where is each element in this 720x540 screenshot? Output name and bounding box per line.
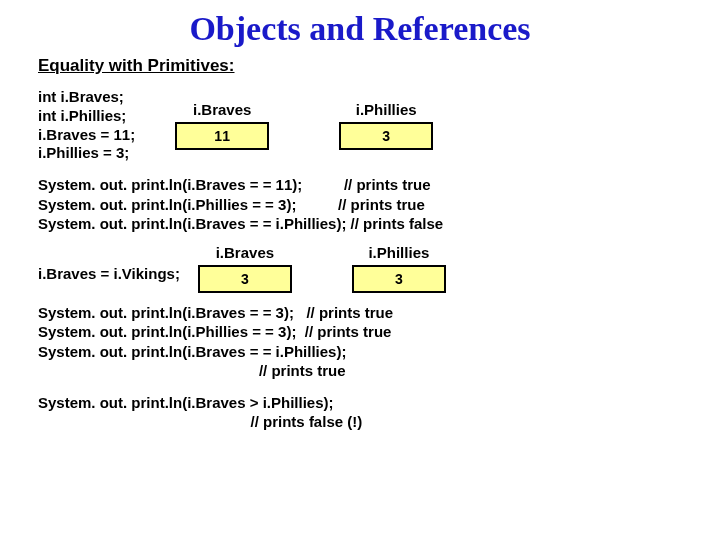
- slide-content: Equality with Primitives: int i.Braves; …: [0, 56, 720, 432]
- decl-line: int i.Phillies;: [38, 107, 126, 124]
- code-declarations: int i.Braves; int i.Phillies; i.Braves =…: [38, 88, 135, 163]
- diagram-label: i.Braves: [193, 101, 251, 118]
- row-declarations: int i.Braves; int i.Phillies; i.Braves =…: [38, 88, 690, 163]
- stmt-line: System. out. print.ln(i.Braves = = i.Phi…: [38, 214, 690, 234]
- code-assignment: i.Braves = i.Vikings;: [38, 265, 180, 282]
- section-subtitle: Equality with Primitives:: [38, 56, 690, 76]
- diagram-b-left: i.Braves 3: [198, 244, 292, 293]
- stmt-line: System. out. print.ln(i.Phillies = = 3);…: [38, 195, 690, 215]
- stmt-line: // prints false (!): [38, 412, 690, 432]
- decl-line: int i.Braves;: [38, 88, 124, 105]
- stmt-line: System. out. print.ln(i.Braves = = 11); …: [38, 175, 690, 195]
- diagram-a: i.Braves 11 i.Phillies 3: [175, 101, 433, 150]
- decl-line: i.Braves = 11;: [38, 126, 135, 143]
- statements-c: System. out. print.ln(i.Braves > i.Phill…: [38, 393, 690, 432]
- statements-b: System. out. print.ln(i.Braves = = 3); /…: [38, 303, 690, 381]
- decl-line: i.Phillies = 3;: [38, 144, 129, 161]
- diagram-a-right: i.Phillies 3: [339, 101, 433, 150]
- diagram-label: i.Braves: [216, 244, 274, 261]
- stmt-line: System. out. print.ln(i.Braves = = i.Phi…: [38, 342, 690, 362]
- stmt-line: System. out. print.ln(i.Braves > i.Phill…: [38, 393, 690, 413]
- diagram-b: i.Braves 3 i.Phillies 3: [198, 244, 446, 293]
- stmt-line: System. out. print.ln(i.Braves = = 3); /…: [38, 303, 690, 323]
- diagram-box: 3: [198, 265, 292, 293]
- stmt-line: System. out. print.ln(i.Phillies = = 3);…: [38, 322, 690, 342]
- diagram-box: 11: [175, 122, 269, 150]
- diagram-box: 3: [339, 122, 433, 150]
- statements-a: System. out. print.ln(i.Braves = = 11); …: [38, 175, 690, 234]
- diagram-label: i.Phillies: [356, 101, 417, 118]
- diagram-a-left: i.Braves 11: [175, 101, 269, 150]
- row-assignment: i.Braves = i.Vikings; i.Braves 3 i.Phill…: [38, 244, 690, 293]
- diagram-box: 3: [352, 265, 446, 293]
- stmt-line: // prints true: [38, 361, 690, 381]
- diagram-b-right: i.Phillies 3: [352, 244, 446, 293]
- page-title: Objects and References: [0, 0, 720, 56]
- diagram-label: i.Phillies: [368, 244, 429, 261]
